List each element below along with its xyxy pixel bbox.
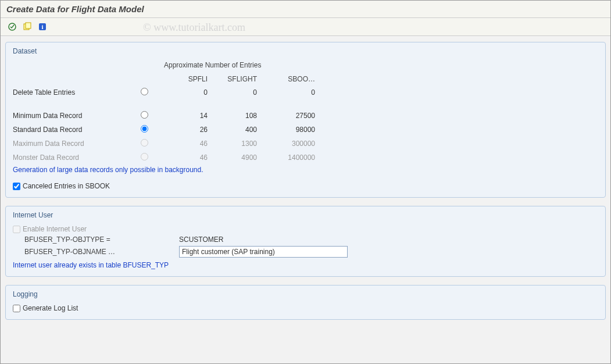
info-icon[interactable]: i [37, 21, 48, 33]
col-sflight: SFLIGHT [213, 75, 263, 83]
dataset-row-label: Delete Table Entries [13, 88, 141, 97]
dataset-note: Generation of large data records only po… [13, 166, 598, 174]
dataset-radio [141, 139, 148, 147]
dataset-radio[interactable] [141, 125, 148, 133]
dataset-row-label: Standard Data Record [13, 126, 141, 134]
page-title: Create Data for Flight Data Model [6, 4, 144, 14]
internet-user-group: Internet User Enable Internet User BFUSE… [5, 206, 606, 277]
dataset-cell: 0 [213, 88, 263, 97]
window-header: Create Data for Flight Data Model [1, 1, 610, 18]
dataset-cell: 0 [263, 88, 321, 97]
dataset-cell: 300000 [263, 140, 321, 148]
svg-text:i: i [41, 23, 43, 30]
objname-field[interactable] [179, 246, 348, 258]
cancelled-entries-label: Canceled Entries in SBOOK [23, 182, 110, 190]
col-sbook: SBOO… [263, 75, 321, 83]
dataset-cell: 98000 [263, 126, 321, 134]
dataset-cell: 1300 [213, 140, 263, 148]
dataset-cell: 14 [164, 112, 213, 120]
dataset-cell: 46 [164, 154, 213, 162]
cancelled-entries-checkbox[interactable] [13, 183, 20, 190]
logging-group: Logging Generate Log List [5, 285, 606, 320]
dataset-cell: 108 [213, 112, 263, 120]
dataset-cell: 27500 [263, 112, 321, 120]
dataset-cell: 4900 [213, 154, 263, 162]
objtype-label: BFUSER_TYP-OBJTYPE = [24, 235, 176, 244]
internet-user-group-title: Internet User [13, 211, 598, 219]
enable-internet-user-checkbox [13, 226, 20, 233]
internet-user-note: Internet user already exists in table BF… [13, 261, 598, 269]
objtype-value: SCUSTOMER [179, 235, 365, 244]
dataset-cell: 46 [164, 140, 213, 148]
dataset-cell: 26 [164, 126, 213, 134]
dataset-group: Dataset Approximate Number of Entries SP… [5, 42, 606, 198]
dataset-cell: 1400000 [263, 154, 321, 162]
dataset-radio [141, 153, 148, 160]
generate-log-checkbox[interactable] [13, 305, 20, 312]
logging-group-title: Logging [13, 290, 598, 298]
dataset-row-label: Minimum Data Record [13, 112, 141, 120]
svg-rect-2 [26, 23, 31, 28]
toolbar: i [1, 18, 610, 36]
dataset-cell: 0 [164, 88, 213, 97]
columns-title: Approximate Number of Entries [164, 61, 321, 70]
dataset-group-title: Dataset [13, 47, 598, 55]
execute-icon[interactable] [6, 21, 18, 33]
dataset-row-label: Monster Data Record [13, 154, 141, 162]
generate-log-label: Generate Log List [23, 304, 78, 312]
variant-icon[interactable] [22, 21, 33, 33]
dataset-radio[interactable] [141, 88, 148, 95]
col-spfli: SPFLI [164, 75, 213, 83]
dataset-row-label: Maximum Data Record [13, 140, 141, 148]
objname-label: BFUSER_TYP-OBJNAME … [24, 248, 176, 256]
dataset-cell: 400 [213, 126, 263, 134]
enable-internet-user-label: Enable Internet User [23, 225, 87, 233]
dataset-radio[interactable] [141, 111, 148, 119]
